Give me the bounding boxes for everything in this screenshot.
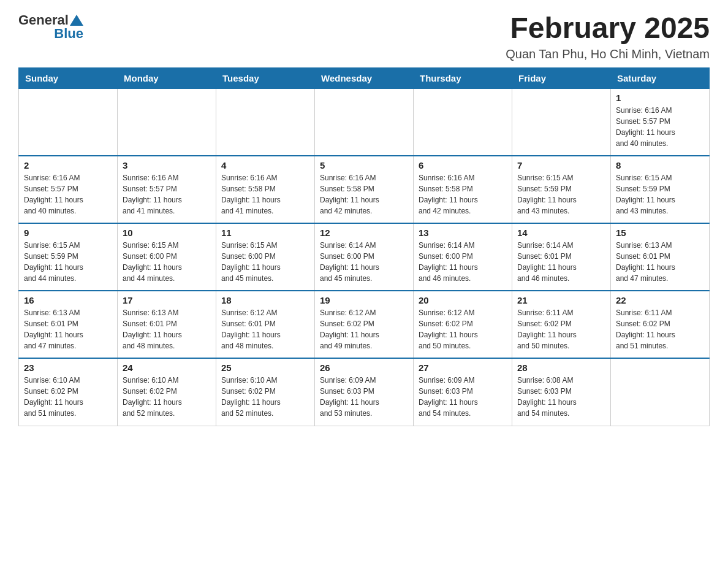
day-info: Sunrise: 6:16 AM Sunset: 5:58 PM Dayligh… [221, 172, 309, 216]
day-number: 12 [320, 228, 408, 238]
day-number: 15 [616, 228, 704, 238]
table-row: 14Sunrise: 6:14 AM Sunset: 6:01 PM Dayli… [512, 223, 611, 291]
table-row: 27Sunrise: 6:09 AM Sunset: 6:03 PM Dayli… [414, 358, 512, 426]
col-thursday: Thursday [414, 67, 512, 88]
day-info: Sunrise: 6:10 AM Sunset: 6:02 PM Dayligh… [24, 375, 112, 419]
table-row: 15Sunrise: 6:13 AM Sunset: 6:01 PM Dayli… [611, 223, 710, 291]
day-number: 16 [24, 295, 112, 305]
day-number: 22 [616, 295, 704, 305]
day-number: 11 [221, 228, 309, 238]
table-row: 2Sunrise: 6:16 AM Sunset: 5:57 PM Daylig… [19, 156, 118, 223]
table-row: 8Sunrise: 6:15 AM Sunset: 5:59 PM Daylig… [611, 156, 710, 223]
logo-triangle-icon [70, 13, 83, 27]
day-info: Sunrise: 6:15 AM Sunset: 5:59 PM Dayligh… [616, 172, 704, 216]
day-number: 26 [320, 362, 408, 373]
day-info: Sunrise: 6:13 AM Sunset: 6:01 PM Dayligh… [24, 307, 112, 351]
table-row: 24Sunrise: 6:10 AM Sunset: 6:02 PM Dayli… [118, 358, 216, 426]
table-row: 1Sunrise: 6:16 AM Sunset: 5:57 PM Daylig… [611, 88, 710, 156]
calendar-table: Sunday Monday Tuesday Wednesday Thursday… [18, 67, 710, 426]
day-info: Sunrise: 6:15 AM Sunset: 5:59 PM Dayligh… [517, 172, 605, 216]
day-number: 5 [320, 160, 408, 170]
table-row: 18Sunrise: 6:12 AM Sunset: 6:01 PM Dayli… [216, 291, 315, 358]
day-info: Sunrise: 6:10 AM Sunset: 6:02 PM Dayligh… [123, 375, 211, 419]
table-row: 28Sunrise: 6:08 AM Sunset: 6:03 PM Dayli… [512, 358, 611, 426]
day-number: 9 [24, 228, 112, 238]
day-info: Sunrise: 6:09 AM Sunset: 6:03 PM Dayligh… [419, 375, 507, 419]
day-info: Sunrise: 6:14 AM Sunset: 6:00 PM Dayligh… [320, 240, 408, 284]
page-header: General Blue February 2025 Quan Tan Phu,… [18, 12, 710, 61]
day-number: 24 [123, 362, 211, 373]
table-row: 25Sunrise: 6:10 AM Sunset: 6:02 PM Dayli… [216, 358, 315, 426]
day-info: Sunrise: 6:16 AM Sunset: 5:57 PM Dayligh… [24, 172, 112, 216]
calendar-week-row: 23Sunrise: 6:10 AM Sunset: 6:02 PM Dayli… [19, 358, 710, 426]
day-number: 7 [517, 160, 605, 170]
col-saturday: Saturday [611, 67, 710, 88]
day-number: 28 [517, 362, 605, 373]
logo-blue: Blue [54, 26, 83, 41]
day-number: 18 [221, 295, 309, 305]
table-row: 13Sunrise: 6:14 AM Sunset: 6:00 PM Dayli… [414, 223, 512, 291]
day-info: Sunrise: 6:14 AM Sunset: 6:01 PM Dayligh… [517, 240, 605, 284]
day-number: 19 [320, 295, 408, 305]
table-row [414, 88, 512, 156]
day-number: 2 [24, 160, 112, 170]
day-info: Sunrise: 6:16 AM Sunset: 5:57 PM Dayligh… [123, 172, 211, 216]
day-number: 25 [221, 362, 309, 373]
table-row: 20Sunrise: 6:12 AM Sunset: 6:02 PM Dayli… [414, 291, 512, 358]
col-wednesday: Wednesday [315, 67, 414, 88]
day-number: 27 [419, 362, 507, 373]
table-row [19, 88, 118, 156]
day-number: 21 [517, 295, 605, 305]
day-number: 14 [517, 228, 605, 238]
logo: General Blue [18, 12, 83, 42]
day-number: 20 [419, 295, 507, 305]
day-info: Sunrise: 6:09 AM Sunset: 6:03 PM Dayligh… [320, 375, 408, 419]
col-monday: Monday [118, 67, 216, 88]
day-number: 13 [419, 228, 507, 238]
table-row: 26Sunrise: 6:09 AM Sunset: 6:03 PM Dayli… [315, 358, 414, 426]
day-info: Sunrise: 6:15 AM Sunset: 6:00 PM Dayligh… [221, 240, 309, 284]
day-info: Sunrise: 6:14 AM Sunset: 6:00 PM Dayligh… [419, 240, 507, 284]
table-row: 9Sunrise: 6:15 AM Sunset: 5:59 PM Daylig… [19, 223, 118, 291]
day-info: Sunrise: 6:16 AM Sunset: 5:58 PM Dayligh… [320, 172, 408, 216]
table-row [216, 88, 315, 156]
table-row: 10Sunrise: 6:15 AM Sunset: 6:00 PM Dayli… [118, 223, 216, 291]
day-info: Sunrise: 6:13 AM Sunset: 6:01 PM Dayligh… [123, 307, 211, 351]
table-row: 16Sunrise: 6:13 AM Sunset: 6:01 PM Dayli… [19, 291, 118, 358]
calendar-week-row: 9Sunrise: 6:15 AM Sunset: 5:59 PM Daylig… [19, 223, 710, 291]
col-friday: Friday [512, 67, 611, 88]
day-info: Sunrise: 6:16 AM Sunset: 5:58 PM Dayligh… [419, 172, 507, 216]
col-sunday: Sunday [19, 67, 118, 88]
table-row: 4Sunrise: 6:16 AM Sunset: 5:58 PM Daylig… [216, 156, 315, 223]
table-row: 21Sunrise: 6:11 AM Sunset: 6:02 PM Dayli… [512, 291, 611, 358]
calendar-week-row: 1Sunrise: 6:16 AM Sunset: 5:57 PM Daylig… [19, 88, 710, 156]
table-row [512, 88, 611, 156]
day-number: 17 [123, 295, 211, 305]
day-info: Sunrise: 6:16 AM Sunset: 5:57 PM Dayligh… [616, 105, 704, 149]
table-row: 5Sunrise: 6:16 AM Sunset: 5:58 PM Daylig… [315, 156, 414, 223]
table-row [118, 88, 216, 156]
table-row: 3Sunrise: 6:16 AM Sunset: 5:57 PM Daylig… [118, 156, 216, 223]
table-row: 6Sunrise: 6:16 AM Sunset: 5:58 PM Daylig… [414, 156, 512, 223]
table-row: 19Sunrise: 6:12 AM Sunset: 6:02 PM Dayli… [315, 291, 414, 358]
day-info: Sunrise: 6:08 AM Sunset: 6:03 PM Dayligh… [517, 375, 605, 419]
day-number: 4 [221, 160, 309, 170]
day-number: 10 [123, 228, 211, 238]
svg-marker-0 [70, 15, 83, 26]
day-info: Sunrise: 6:12 AM Sunset: 6:02 PM Dayligh… [320, 307, 408, 351]
day-number: 8 [616, 160, 704, 170]
calendar-week-row: 2Sunrise: 6:16 AM Sunset: 5:57 PM Daylig… [19, 156, 710, 223]
day-info: Sunrise: 6:10 AM Sunset: 6:02 PM Dayligh… [221, 375, 309, 419]
day-info: Sunrise: 6:12 AM Sunset: 6:02 PM Dayligh… [419, 307, 507, 351]
location-title: Quan Tan Phu, Ho Chi Minh, Vietnam [506, 47, 710, 61]
day-number: 3 [123, 160, 211, 170]
day-info: Sunrise: 6:12 AM Sunset: 6:01 PM Dayligh… [221, 307, 309, 351]
title-block: February 2025 Quan Tan Phu, Ho Chi Minh,… [506, 12, 710, 61]
calendar-week-row: 16Sunrise: 6:13 AM Sunset: 6:01 PM Dayli… [19, 291, 710, 358]
table-row [611, 358, 710, 426]
table-row: 11Sunrise: 6:15 AM Sunset: 6:00 PM Dayli… [216, 223, 315, 291]
day-info: Sunrise: 6:13 AM Sunset: 6:01 PM Dayligh… [616, 240, 704, 284]
day-number: 6 [419, 160, 507, 170]
calendar-header-row: Sunday Monday Tuesday Wednesday Thursday… [19, 67, 710, 88]
day-info: Sunrise: 6:15 AM Sunset: 5:59 PM Dayligh… [24, 240, 112, 284]
